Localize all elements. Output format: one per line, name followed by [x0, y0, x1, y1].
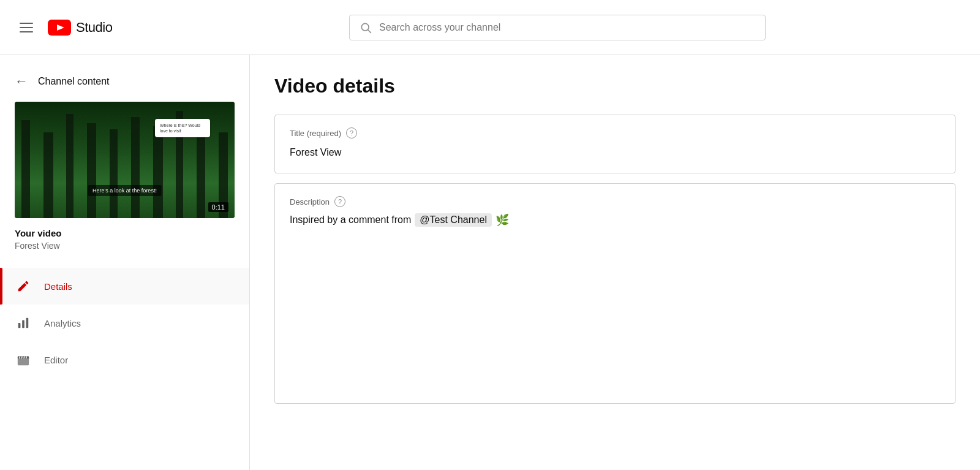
- details-label: Details: [44, 281, 72, 292]
- clapboard-icon: [15, 351, 32, 368]
- svg-line-9: [20, 357, 20, 359]
- logo-area: Studio: [48, 20, 112, 36]
- svg-rect-4: [18, 323, 21, 328]
- sidebar-nav: Details Analytics: [0, 268, 249, 378]
- description-field-card: Description ? Inspired by a comment from…: [274, 183, 956, 404]
- svg-line-12: [26, 357, 27, 359]
- description-field-label: Description: [290, 197, 330, 207]
- forest-label: Here's a look at the forest!: [88, 185, 162, 196]
- svg-line-11: [24, 357, 24, 359]
- search-input[interactable]: [379, 22, 755, 33]
- channel-mention[interactable]: @Test Channel: [415, 213, 492, 227]
- sidebar-item-analytics[interactable]: Analytics: [0, 305, 249, 341]
- analytics-label: Analytics: [44, 318, 81, 328]
- description-help-icon[interactable]: ?: [334, 196, 345, 207]
- title-field-label: Title (required): [290, 129, 341, 138]
- svg-line-3: [368, 29, 371, 32]
- sidebar-item-details[interactable]: Details: [0, 268, 249, 305]
- bar-chart-icon: [15, 314, 32, 332]
- header: Studio: [0, 0, 980, 55]
- studio-label: Studio: [76, 20, 112, 36]
- video-name-label: Forest View: [15, 241, 235, 251]
- youtube-logo-icon: [48, 20, 71, 36]
- title-field-value[interactable]: Forest View: [290, 145, 940, 161]
- your-video-label: Your video: [15, 228, 235, 238]
- editor-label: Editor: [44, 355, 68, 365]
- search-bar-container: [349, 15, 766, 40]
- svg-rect-5: [22, 320, 24, 328]
- video-duration: 0:11: [208, 202, 228, 212]
- sidebar: ← Channel content Wher: [0, 55, 250, 470]
- page-title: Video details: [274, 75, 956, 97]
- sidebar-item-editor[interactable]: Editor: [0, 341, 249, 378]
- back-arrow-icon: ←: [15, 74, 28, 89]
- svg-line-10: [21, 357, 22, 359]
- video-thumbnail-container: Where is this? Would love to visit Here'…: [0, 102, 249, 218]
- title-label-row: Title (required) ?: [290, 127, 940, 138]
- video-thumbnail: Where is this? Would love to visit Here'…: [15, 102, 235, 218]
- description-prefix: Inspired by a comment from: [290, 214, 411, 226]
- menu-button[interactable]: [15, 18, 38, 37]
- title-field-card: Title (required) ? Forest View: [274, 115, 956, 173]
- video-info: Your video Forest View: [0, 228, 249, 263]
- leaf-emoji: 🌿: [496, 213, 509, 227]
- main-content: Video details Title (required) ? Forest …: [250, 55, 980, 470]
- comment-bubble: Where is this? Would love to visit: [155, 119, 210, 137]
- layout: ← Channel content Wher: [0, 55, 980, 470]
- svg-rect-6: [26, 318, 29, 328]
- description-text[interactable]: Inspired by a comment from @Test Channel…: [290, 213, 940, 227]
- back-button[interactable]: ← Channel content: [0, 67, 249, 102]
- channel-content-label: Channel content: [38, 76, 110, 87]
- header-left: Studio: [15, 18, 137, 37]
- pencil-icon: [15, 278, 32, 295]
- search-bar: [349, 15, 766, 40]
- search-icon: [360, 21, 372, 34]
- title-help-icon[interactable]: ?: [346, 127, 357, 138]
- description-label-row: Description ?: [290, 196, 940, 207]
